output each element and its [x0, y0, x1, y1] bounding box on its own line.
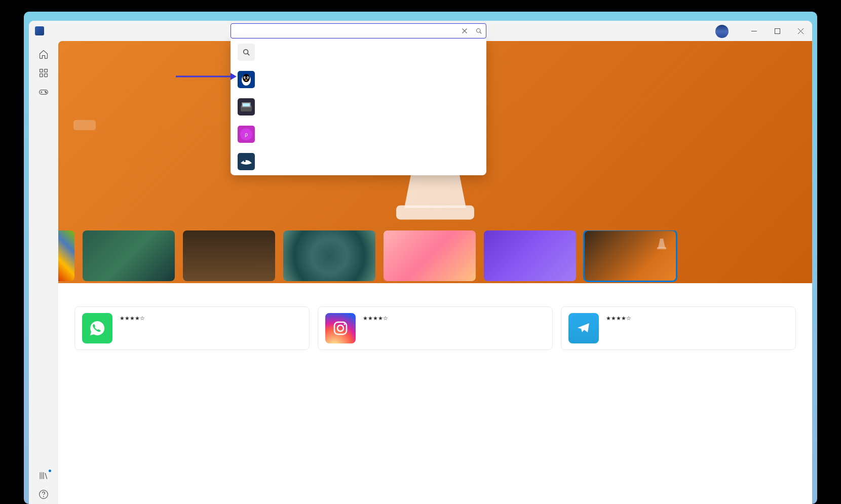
- svg-rect-16: [40, 69, 43, 72]
- thumbnail-artwork[interactable]: [283, 230, 375, 281]
- raft-icon: [238, 153, 255, 170]
- suggestion-item-pengwin[interactable]: ρ: [231, 121, 486, 148]
- penguin-icon: [238, 71, 255, 88]
- suggestion-query[interactable]: [231, 38, 486, 66]
- svg-point-22: [46, 92, 47, 93]
- see-details-button[interactable]: [73, 120, 96, 130]
- instagram-icon: [325, 313, 356, 343]
- svg-rect-17: [45, 69, 48, 72]
- thumbnail-candycrush[interactable]: [384, 230, 476, 281]
- thumbnail-game[interactable]: [83, 230, 175, 281]
- search-box[interactable]: [231, 23, 486, 38]
- close-button[interactable]: [789, 21, 812, 41]
- app-card-whatsapp[interactable]: ★★★★☆: [74, 306, 310, 350]
- svg-point-21: [45, 91, 46, 92]
- svg-point-8: [247, 77, 248, 78]
- app-rating: ★★★★☆: [120, 315, 147, 322]
- minimize-button[interactable]: [742, 21, 766, 41]
- svg-point-0: [477, 29, 481, 33]
- svg-rect-18: [40, 74, 43, 77]
- app-card-telegram[interactable]: ★★★★☆: [561, 306, 796, 350]
- svg-text:ρ: ρ: [245, 132, 248, 137]
- vlc-cone-icon: [656, 238, 667, 250]
- svg-point-7: [245, 77, 246, 78]
- sidebar: [29, 41, 58, 504]
- sidebar-item-library[interactable]: [29, 467, 58, 485]
- maximize-button[interactable]: [766, 21, 789, 41]
- app-icon: [35, 26, 44, 35]
- app-rating: ★★★★☆: [363, 315, 390, 322]
- svg-rect-19: [45, 74, 48, 77]
- thumbnail-monitor[interactable]: [183, 230, 275, 281]
- suggestion-item-raft-wsl[interactable]: [231, 148, 486, 175]
- thumbnail-vlc[interactable]: [584, 230, 676, 281]
- sidebar-item-gaming[interactable]: [29, 83, 58, 101]
- user-avatar[interactable]: [715, 25, 729, 38]
- suggestion-item-wsl-toolbox[interactable]: [231, 93, 486, 121]
- svg-point-14: [244, 160, 246, 162]
- svg-rect-26: [396, 205, 474, 219]
- svg-rect-27: [657, 247, 666, 249]
- svg-point-30: [344, 324, 346, 325]
- search-suggestions-panel: ρ: [231, 38, 486, 175]
- whatsapp-icon: [82, 313, 112, 343]
- search-input[interactable]: [231, 27, 457, 35]
- app-rating: ★★★★☆: [606, 315, 633, 322]
- svg-rect-11: [243, 103, 250, 106]
- titlebar: ρ: [29, 21, 812, 41]
- svg-point-2: [244, 50, 248, 54]
- thumbnail-personalisation[interactable]: [484, 230, 576, 281]
- telegram-icon: [568, 313, 599, 343]
- sidebar-item-apps[interactable]: [29, 64, 58, 83]
- app-card-instagram[interactable]: ★★★★☆: [318, 306, 553, 350]
- search-icon: [238, 44, 255, 61]
- clear-search-icon[interactable]: [457, 24, 472, 38]
- thumbnail-ms365[interactable]: [58, 230, 74, 281]
- sidebar-item-help[interactable]: [29, 485, 58, 504]
- svg-point-24: [44, 496, 44, 497]
- carousel-thumbnails: [58, 230, 812, 283]
- sidebar-item-home[interactable]: [29, 45, 58, 64]
- toolbox-icon: [238, 98, 255, 115]
- pengwin-icon: ρ: [238, 126, 255, 143]
- top-free-apps-section: ★★★★☆ ★★★★☆: [58, 283, 812, 350]
- search-icon[interactable]: [472, 24, 486, 38]
- suggestion-item-wsl[interactable]: [231, 66, 486, 93]
- svg-rect-1: [775, 28, 780, 33]
- svg-point-29: [337, 325, 343, 331]
